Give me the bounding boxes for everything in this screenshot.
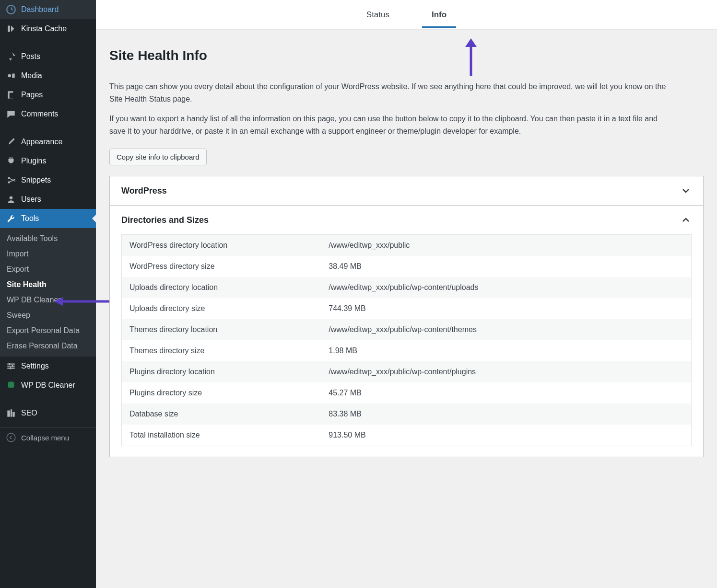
table-row: WordPress directory location/www/editwp_… bbox=[122, 235, 692, 256]
database-icon bbox=[6, 380, 16, 391]
sub-item-import[interactable]: Import bbox=[0, 246, 96, 262]
description-2: If you want to export a handy list of al… bbox=[109, 113, 675, 137]
sidebar-item-comments[interactable]: Comments bbox=[0, 104, 96, 124]
svg-point-14 bbox=[7, 433, 15, 442]
scissors-icon bbox=[6, 175, 16, 185]
user-icon bbox=[6, 194, 16, 205]
table-cell-label: Uploads directory location bbox=[122, 277, 321, 298]
sidebar-item-label: WP DB Cleaner bbox=[21, 381, 75, 390]
collapse-menu[interactable]: Collapse menu bbox=[0, 427, 96, 447]
table-cell-value: 913.50 MB bbox=[321, 425, 691, 446]
table-cell-value: /www/editwp_xxx/public/wp-content/plugin… bbox=[321, 361, 691, 382]
svg-rect-12 bbox=[11, 409, 12, 416]
svg-rect-3 bbox=[10, 93, 15, 99]
table-row: Uploads directory size744.39 MB bbox=[122, 298, 692, 319]
sidebar-item-label: Tools bbox=[21, 214, 39, 223]
sidebar-item-label: Settings bbox=[21, 362, 49, 370]
svg-rect-9 bbox=[10, 367, 11, 369]
sub-item-site-health[interactable]: Site Health bbox=[0, 277, 96, 292]
accordion-title: WordPress bbox=[121, 186, 167, 196]
sidebar-item-label: Plugins bbox=[21, 157, 46, 165]
kinsta-icon bbox=[6, 23, 16, 34]
sub-item-available-tools[interactable]: Available Tools bbox=[0, 231, 96, 246]
table-cell-label: Total installation size bbox=[122, 425, 321, 446]
sidebar-item-dashboard[interactable]: Dashboard bbox=[0, 0, 96, 19]
sidebar-item-plugins[interactable]: Plugins bbox=[0, 151, 96, 171]
sidebar-item-posts[interactable]: Posts bbox=[0, 47, 96, 66]
sidebar-item-wp-db-cleaner[interactable]: WP DB Cleaner bbox=[0, 376, 96, 395]
svg-rect-13 bbox=[12, 412, 14, 417]
directories-table: WordPress directory location/www/editwp_… bbox=[121, 234, 692, 446]
sidebar-item-pages[interactable]: Pages bbox=[0, 85, 96, 104]
table-cell-value: 45.27 MB bbox=[321, 382, 691, 404]
table-cell-value: /www/editwp_xxx/public/wp-content/themes bbox=[321, 319, 691, 340]
table-row: Total installation size913.50 MB bbox=[122, 425, 692, 446]
copy-site-info-button[interactable]: Copy site info to clipboard bbox=[109, 149, 207, 165]
sidebar-item-settings[interactable]: Settings bbox=[0, 357, 96, 376]
sidebar-item-kinsta-cache[interactable]: Kinsta Cache bbox=[0, 19, 96, 38]
table-row: Themes directory location/www/editwp_xxx… bbox=[122, 319, 692, 340]
collapse-label: Collapse menu bbox=[21, 434, 69, 442]
accordion-title: Directories and Sizes bbox=[121, 215, 209, 225]
sidebar-item-label: Appearance bbox=[21, 138, 62, 146]
tools-submenu: Available Tools Import Export Site Healt… bbox=[0, 228, 96, 357]
description-1: This page can show you every detail abou… bbox=[109, 81, 675, 105]
sub-item-erase-personal-data[interactable]: Erase Personal Data bbox=[0, 338, 96, 354]
table-cell-label: WordPress directory size bbox=[122, 256, 321, 277]
annotation-arrow-up-icon bbox=[461, 38, 481, 76]
svg-rect-7 bbox=[9, 363, 10, 365]
table-cell-value: 38.49 MB bbox=[321, 256, 691, 277]
media-icon bbox=[6, 70, 16, 81]
svg-rect-8 bbox=[12, 365, 13, 367]
main-content: Status Info Site Health Info This page c… bbox=[96, 0, 717, 588]
chevron-up-icon bbox=[680, 214, 692, 226]
chevron-down-icon bbox=[680, 185, 692, 196]
sidebar-item-label: Snippets bbox=[21, 176, 51, 184]
table-cell-label: Plugins directory location bbox=[122, 361, 321, 382]
sub-item-sweep[interactable]: Sweep bbox=[0, 308, 96, 323]
svg-marker-16 bbox=[465, 38, 477, 47]
table-row: Database size83.38 MB bbox=[122, 404, 692, 425]
sidebar-item-label: Kinsta Cache bbox=[21, 24, 67, 33]
accordion-header-wordpress[interactable]: WordPress bbox=[110, 176, 703, 205]
table-cell-label: Uploads directory size bbox=[122, 298, 321, 319]
sidebar-item-label: Dashboard bbox=[21, 5, 59, 14]
svg-point-5 bbox=[8, 181, 10, 183]
annotation-arrow-left-icon bbox=[54, 294, 109, 309]
sub-item-export-personal-data[interactable]: Export Personal Data bbox=[0, 323, 96, 338]
seo-icon bbox=[6, 408, 16, 418]
accordion-body-directories: WordPress directory location/www/editwp_… bbox=[110, 234, 703, 457]
sidebar-item-users[interactable]: Users bbox=[0, 190, 96, 209]
svg-point-6 bbox=[10, 196, 13, 199]
sidebar-item-seo[interactable]: SEO bbox=[0, 404, 96, 423]
sidebar-item-tools[interactable]: Tools bbox=[0, 209, 96, 228]
tab-status[interactable]: Status bbox=[357, 1, 399, 28]
wrench-icon bbox=[6, 213, 16, 224]
accordion-header-directories[interactable]: Directories and Sizes bbox=[110, 206, 703, 234]
table-cell-label: Plugins directory size bbox=[122, 382, 321, 404]
table-row: WordPress directory size38.49 MB bbox=[122, 256, 692, 277]
sliders-icon bbox=[6, 361, 16, 371]
table-cell-label: WordPress directory location bbox=[122, 235, 321, 256]
sidebar-item-appearance[interactable]: Appearance bbox=[0, 132, 96, 151]
table-row: Themes directory size1.98 MB bbox=[122, 340, 692, 361]
tabs-bar: Status Info bbox=[96, 0, 717, 30]
tab-info[interactable]: Info bbox=[422, 1, 456, 28]
table-cell-label: Themes directory size bbox=[122, 340, 321, 361]
plug-icon bbox=[6, 156, 16, 166]
pin-icon bbox=[6, 51, 16, 62]
sidebar-item-media[interactable]: Media bbox=[0, 66, 96, 85]
sidebar-item-snippets[interactable]: Snippets bbox=[0, 171, 96, 190]
sidebar-item-label: Pages bbox=[21, 91, 43, 99]
page-icon bbox=[6, 90, 16, 100]
table-row: Plugins directory size45.27 MB bbox=[122, 382, 692, 404]
sidebar-item-label: Comments bbox=[21, 110, 58, 118]
table-row: Plugins directory location/www/editwp_xx… bbox=[122, 361, 692, 382]
sidebar-item-label: Posts bbox=[21, 52, 40, 61]
comment-icon bbox=[6, 109, 16, 119]
table-cell-value: 744.39 MB bbox=[321, 298, 691, 319]
page-title: Site Health Info bbox=[109, 48, 704, 63]
sidebar-item-label: Media bbox=[21, 71, 42, 80]
sub-item-export[interactable]: Export bbox=[0, 262, 96, 277]
accordion-directories: Directories and Sizes WordPress director… bbox=[109, 206, 704, 457]
